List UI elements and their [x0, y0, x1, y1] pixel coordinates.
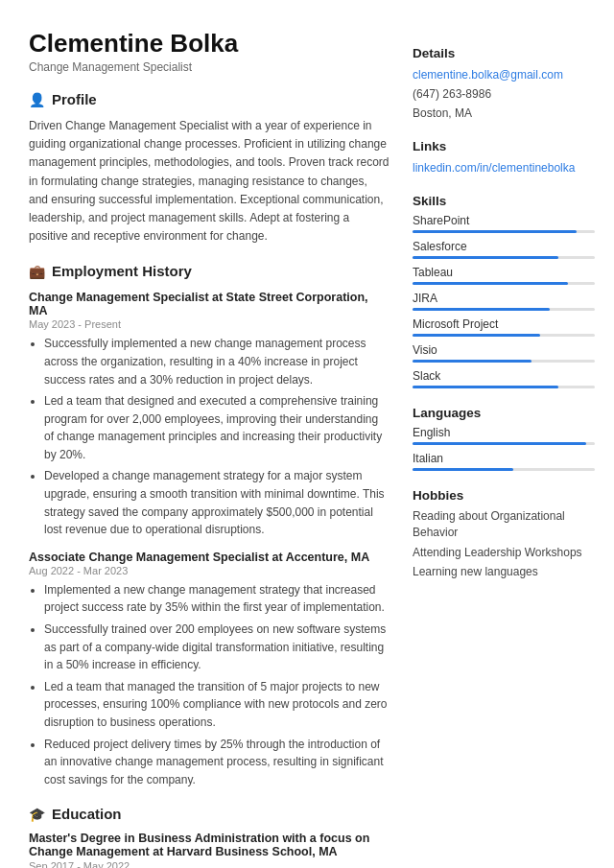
- details-email[interactable]: clementine.bolka@gmail.com: [413, 66, 595, 83]
- job-1-bullet-0: Implemented a new change management stra…: [44, 581, 390, 617]
- hobbies-section: Hobbies Reading about Organizational Beh…: [413, 488, 595, 580]
- edu-0: Master's Degree in Business Administrati…: [29, 832, 390, 868]
- profile-icon: 👤: [29, 92, 45, 107]
- job-0-bullet-0: Successfully implemented a new change ma…: [44, 335, 390, 388]
- edu-0-title: Master's Degree in Business Administrati…: [29, 832, 390, 858]
- job-0-title: Change Management Specialist at State St…: [29, 291, 390, 317]
- skills-title: Skills: [413, 194, 595, 208]
- name: Clementine Bolka: [29, 29, 390, 59]
- linkedin-link[interactable]: linkedin.com/in/clementinebolka: [413, 159, 595, 176]
- employment-section: 💼 Employment History Change Management S…: [29, 263, 390, 788]
- hobbies-title: Hobbies: [413, 488, 595, 503]
- education-icon: 🎓: [29, 807, 45, 822]
- details-title: Details: [413, 46, 595, 60]
- employment-icon: 💼: [29, 264, 45, 279]
- skill-microsoft-project: Microsoft Project: [413, 317, 595, 337]
- hobby-0: Reading about Organizational Behavior: [413, 508, 595, 541]
- skill-salesforce: Salesforce: [413, 240, 595, 259]
- left-column: Clementine Bolka Change Management Speci…: [29, 29, 390, 868]
- hobby-2: Learning new languages: [413, 564, 595, 580]
- job-1-bullet-3: Reduced project delivery times by 25% th…: [44, 736, 390, 789]
- links-title: Links: [413, 139, 595, 153]
- skill-visio: Visio: [413, 343, 595, 363]
- skill-sharepoint: SharePoint: [413, 214, 595, 233]
- profile-section-title: 👤 Profile: [29, 91, 390, 107]
- details-location: Boston, MA: [413, 105, 595, 122]
- job-0-date: May 2023 - Present: [29, 318, 390, 330]
- skill-jira: JIRA: [413, 292, 595, 311]
- lang-english: English: [413, 426, 595, 445]
- edu-0-date: Sep 2017 - May 2022: [29, 860, 390, 868]
- skill-tableau: Tableau: [413, 266, 595, 285]
- links-section: Links linkedin.com/in/clementinebolka: [413, 139, 595, 176]
- hobby-1: Attending Leadership Workshops: [413, 545, 595, 561]
- details-phone: (647) 263-8986: [413, 85, 595, 103]
- skills-section: Skills SharePoint Salesforce Tableau JIR…: [413, 194, 595, 388]
- profile-text: Driven Change Management Specialist with…: [29, 117, 390, 246]
- lang-italian: Italian: [413, 452, 595, 471]
- details-section: Details clementine.bolka@gmail.com (647)…: [413, 46, 595, 122]
- job-0-bullet-2: Developed a change management strategy f…: [44, 467, 390, 538]
- job-1-bullet-2: Led a team that managed the transition o…: [44, 678, 390, 732]
- profile-section: 👤 Profile Driven Change Management Speci…: [29, 91, 390, 246]
- job-1-title: Associate Change Management Specialist a…: [29, 551, 390, 564]
- job-title-header: Change Management Specialist: [29, 60, 390, 74]
- job-1: Associate Change Management Specialist a…: [29, 551, 390, 789]
- job-0-bullet-1: Led a team that designed and executed a …: [44, 392, 390, 463]
- job-1-date: Aug 2022 - Mar 2023: [29, 565, 390, 576]
- job-1-bullets: Implemented a new change management stra…: [29, 581, 390, 789]
- education-section-title: 🎓 Education: [29, 806, 390, 822]
- job-0-bullets: Successfully implemented a new change ma…: [29, 335, 390, 539]
- right-column: Details clementine.bolka@gmail.com (647)…: [413, 29, 595, 868]
- employment-section-title: 💼 Employment History: [29, 263, 390, 279]
- education-section: 🎓 Education Master's Degree in Business …: [29, 806, 390, 868]
- job-0: Change Management Specialist at State St…: [29, 291, 390, 539]
- languages-section: Languages English Italian: [413, 406, 595, 471]
- skill-slack: Slack: [413, 369, 595, 388]
- job-1-bullet-1: Successfully trained over 200 employees …: [44, 621, 390, 674]
- languages-title: Languages: [413, 406, 595, 420]
